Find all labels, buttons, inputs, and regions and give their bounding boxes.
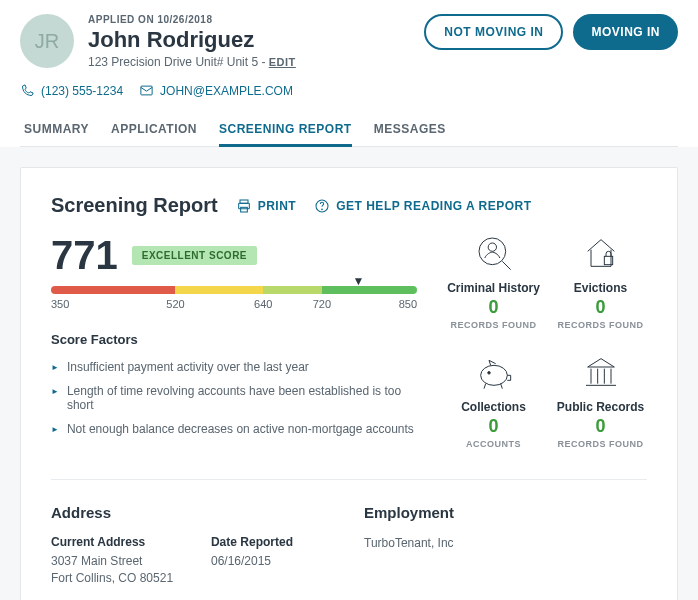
- list-item: Length of time revolving accounts have b…: [51, 379, 417, 417]
- svg-rect-3: [240, 207, 247, 212]
- employment-title: Employment: [364, 504, 647, 521]
- address-title: Address: [51, 504, 334, 521]
- credit-score: 771: [51, 233, 118, 278]
- print-button[interactable]: PRINT: [236, 198, 297, 214]
- svg-point-11: [487, 372, 490, 375]
- address-section: Address Current Address 3037 Main Street…: [51, 504, 334, 600]
- tick-850: 850: [399, 298, 417, 310]
- score-badge: EXCELLENT SCORE: [132, 246, 257, 265]
- score-factors-title: Score Factors: [51, 332, 417, 347]
- employer-name: TurboTenant, Inc: [364, 535, 647, 552]
- score-gauge: ▼ 350 520 640 720 850: [51, 286, 417, 312]
- public-records-block: Public Records 0 RECORDS FOUND: [554, 352, 647, 449]
- date-reported-label: Date Reported: [211, 535, 334, 549]
- courthouse-icon: [581, 352, 621, 392]
- moving-in-button[interactable]: MOVING IN: [573, 14, 678, 50]
- report-title: Screening Report: [51, 194, 218, 217]
- phone-link[interactable]: (123) 555-1234: [20, 83, 123, 98]
- criminal-history-block: Criminal History 0 RECORDS FOUND: [447, 233, 540, 330]
- score-factors-list: Insufficient payment activity over the l…: [51, 355, 417, 441]
- email-link[interactable]: JOHN@EXAMPLE.COM: [139, 83, 293, 98]
- divider: [51, 479, 647, 480]
- piggy-bank-icon: [474, 352, 514, 392]
- tab-application[interactable]: APPLICATION: [111, 114, 197, 147]
- phone-icon: [20, 83, 35, 98]
- employment-section: Employment TurboTenant, Inc: [364, 504, 647, 600]
- tick-520: 520: [166, 298, 184, 310]
- evictions-block: Evictions 0 RECORDS FOUND: [554, 233, 647, 330]
- svg-point-10: [480, 365, 507, 385]
- records-grid: Criminal History 0 RECORDS FOUND Evictio…: [447, 233, 647, 449]
- email-icon: [139, 83, 154, 98]
- help-button[interactable]: GET HELP READING A REPORT: [314, 198, 531, 214]
- applied-date: APPLIED ON 10/26/2018: [88, 14, 410, 25]
- print-icon: [236, 198, 252, 214]
- tab-messages[interactable]: MESSAGES: [374, 114, 446, 147]
- not-moving-in-button[interactable]: NOT MOVING IN: [424, 14, 563, 50]
- tick-350: 350: [51, 298, 69, 310]
- list-item: Insufficient payment activity over the l…: [51, 355, 417, 379]
- applicant-address: 123 Precision Drive Unit# Unit 5 - EDIT: [88, 55, 410, 69]
- help-icon: [314, 198, 330, 214]
- applicant-header: JR APPLIED ON 10/26/2018 John Rodriguez …: [0, 0, 698, 147]
- applicant-name: John Rodriguez: [88, 27, 410, 53]
- collections-block: Collections 0 ACCOUNTS: [447, 352, 540, 449]
- house-lock-icon: [581, 233, 621, 273]
- score-marker-icon: ▼: [352, 274, 364, 288]
- avatar: JR: [20, 14, 74, 68]
- tick-720: 720: [313, 298, 331, 310]
- tab-screening-report[interactable]: SCREENING REPORT: [219, 114, 352, 147]
- list-item: Not enough balance decreases on active n…: [51, 417, 417, 441]
- tab-summary[interactable]: SUMMARY: [24, 114, 89, 147]
- svg-point-5: [322, 209, 323, 210]
- current-address-label: Current Address: [51, 535, 211, 549]
- tick-640: 640: [254, 298, 272, 310]
- screening-report-card: Screening Report PRINT GET HELP READING …: [20, 167, 678, 600]
- tabs: SUMMARY APPLICATION SCREENING REPORT MES…: [20, 114, 678, 147]
- svg-line-7: [502, 261, 510, 269]
- edit-link[interactable]: EDIT: [269, 56, 296, 68]
- svg-point-8: [488, 243, 496, 251]
- person-search-icon: [474, 233, 514, 273]
- svg-rect-0: [141, 86, 152, 95]
